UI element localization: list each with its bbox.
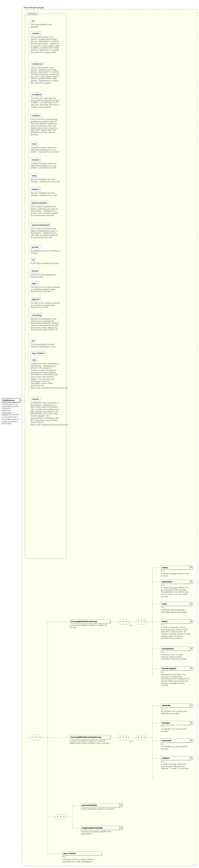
group-conceptdefinition[interactable]: ConceptDefinitionGroup A group of proper… (70, 619, 111, 628)
attributes-header: attributes (27, 12, 39, 16)
connector (128, 622, 136, 622)
connector (146, 622, 152, 622)
attr-any-other[interactable]: any ##other (31, 351, 60, 355)
def-mult: 0..∞ (129, 624, 133, 626)
attr-whyuri[interactable]: whyuri Why the metadata has been include… (31, 187, 60, 196)
connector (152, 622, 161, 622)
attr-id[interactable]: id The local identifier of the property. (31, 19, 60, 28)
outer-spine (47, 622, 48, 854)
attr-pubconstrainturi[interactable]: pubconstrainturi One or many constraints… (31, 223, 60, 239)
attr-howuri[interactable]: howuri Indicates by which means the valu… (31, 158, 60, 169)
attr-creatoruri[interactable]: creatoruri If the property value is not … (31, 62, 60, 84)
elem-sameas[interactable]: sameAs+ 0..∞ An identifier of a concept … (161, 703, 191, 715)
outer-sequence (31, 735, 41, 740)
expand-icon[interactable]: + (190, 566, 193, 569)
root-note: A party (person or organisation) which o… (2, 403, 20, 425)
details-choice (55, 814, 66, 820)
connector (47, 854, 62, 854)
elem-note[interactable]: note+ 0..∞ Additional natural language i… (161, 602, 191, 613)
connector (47, 622, 70, 622)
connector (152, 741, 161, 741)
connector (20, 400, 26, 400)
elem-hierarchyinfo[interactable]: hierarchyInfo+ 0..∞ Represents the posit… (161, 666, 191, 686)
expand-icon[interactable]: + (190, 580, 193, 584)
connector (111, 622, 118, 622)
connector (47, 817, 55, 817)
connector (152, 649, 161, 649)
expand-icon[interactable]: + (190, 756, 193, 760)
elem-facet[interactable]: facet+ 0..∞ In NAR 1.8 and later, facet … (161, 619, 191, 640)
expand-icon[interactable]: + (120, 826, 123, 830)
connector (47, 737, 70, 738)
connector (72, 828, 81, 828)
attr-how[interactable]: how Indicates by which means the value w… (31, 142, 60, 153)
attr-why[interactable]: why Why the metadata has been included -… (31, 174, 60, 183)
connector (152, 723, 161, 723)
def-inner-sequence (136, 619, 147, 625)
expand-icon[interactable]: + (190, 667, 193, 670)
elem-narrower[interactable]: narrower+ 0..∞ An identifier of a more s… (161, 738, 191, 750)
connector (152, 669, 161, 669)
elem-organisationdetails[interactable]: organisationDetails+ A group of properti… (81, 826, 120, 835)
elem-any-other[interactable]: any ##other 0..∞ Extension point for pro… (62, 851, 102, 863)
type-label: Flex1PartyPropType (24, 6, 44, 9)
attr-roleuri[interactable]: roleuri A refinement of the semantics of… (31, 397, 60, 426)
expand-icon[interactable]: + (190, 721, 193, 725)
attr-typeuri[interactable]: typeuri The type of the concept assigned… (31, 297, 60, 309)
connector (111, 737, 118, 738)
attr-modified[interactable]: modified The date (and, optionally, the … (31, 92, 60, 108)
attr-custom[interactable]: custom If set to true the corresponding … (31, 114, 60, 136)
rel-inner-sequence (136, 735, 147, 740)
connector (152, 758, 161, 758)
connector (66, 817, 72, 817)
expand-icon[interactable]: + (120, 804, 123, 807)
connector (26, 737, 31, 738)
attrs-spine (28, 21, 29, 400)
attr-qcode[interactable]: qcode A qualified code which identifies … (31, 245, 60, 254)
expand-icon[interactable]: + (190, 704, 193, 707)
root-label: infoSource (2, 398, 20, 402)
connector (128, 737, 136, 738)
attr-xmllang[interactable]: xml:lang Specifies the language of this … (31, 313, 60, 331)
expand-icon[interactable]: + (190, 739, 193, 742)
elem-broader[interactable]: broader+ 0..∞ An identifier of a more ge… (161, 721, 191, 732)
def-sequence (118, 619, 129, 625)
connector (152, 582, 161, 582)
attr-dir[interactable]: dir The directionality of textual conten… (31, 339, 60, 348)
elem-remoteinfo[interactable]: remoteInfo+ 0..∞ A link to an item or a … (161, 647, 191, 660)
group-conceptrelationships[interactable]: ConceptRelationshipsGroup A group of pro… (70, 735, 111, 744)
details-spine (72, 805, 73, 828)
root-node-infosource[interactable]: infoSource A party (person or organisati… (2, 398, 20, 425)
rel-mult: 0..∞ (129, 740, 133, 742)
connector (72, 805, 81, 806)
attr-literal[interactable]: literal A free-text value assigned as pr… (31, 269, 60, 278)
connector (152, 706, 161, 706)
connector (152, 568, 161, 568)
attr-uri[interactable]: uri A URI which identifies a concept. (31, 257, 60, 265)
rel-sequence (118, 735, 129, 740)
elem-name[interactable]: name+ 0..∞ A natural language name for t… (161, 565, 191, 577)
elem-persondetails[interactable]: personDetails+ A set of properties speci… (81, 803, 120, 810)
expand-icon[interactable]: + (190, 602, 193, 606)
expand-icon[interactable]: + (190, 647, 193, 651)
attr-type[interactable]: type The type of the concept assigned as… (31, 281, 60, 292)
rel-spine (152, 706, 153, 779)
elem-related[interactable]: related+ 0..∞ A related concept, where t… (161, 756, 191, 770)
connector (146, 737, 152, 738)
attr-pubconstraint[interactable]: pubconstraint One or many constraints th… (31, 201, 60, 216)
attr-creator[interactable]: creator If the property value is not def… (31, 31, 60, 54)
expand-icon[interactable]: + (190, 620, 193, 623)
connector (41, 737, 47, 738)
attr-role[interactable]: role A refinement of the semantics of th… (31, 358, 60, 389)
elem-definition[interactable]: definition+ 0..∞ A natural language defi… (161, 580, 191, 597)
